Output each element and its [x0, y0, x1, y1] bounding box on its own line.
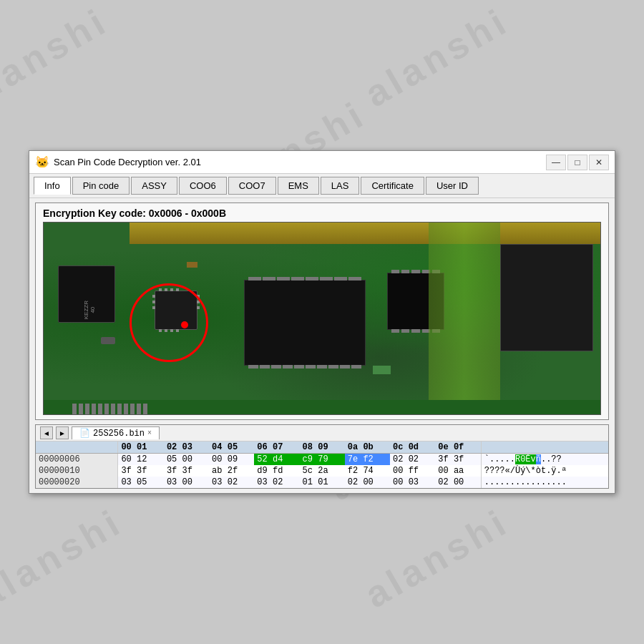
hex-row-2-col-4[interactable]: 5c 2a — [300, 465, 345, 477]
hex-row-1-col-5[interactable]: 7e f2 — [345, 454, 390, 466]
hex-header-row: 00 01 02 03 04 05 06 07 08 09 0a 0b 0c 0… — [36, 441, 608, 454]
hex-row-3-col-6[interactable]: 00 03 — [390, 477, 435, 488]
hex-tab-close-btn[interactable]: × — [147, 429, 152, 437]
hex-row-2: 00000010 3f 3f 3f 3f ab 2f d9 fd 5c 2a f… — [36, 465, 608, 477]
hex-file-tab[interactable]: 📄 25S256.bin × — [72, 426, 160, 439]
connector-strip-top — [130, 223, 600, 244]
hex-row-2-col-6[interactable]: 00 ff — [390, 465, 435, 477]
hex-header-0e-0f: 0e 0f — [435, 441, 481, 454]
hex-row-3-col-4[interactable]: 01 01 — [300, 477, 345, 488]
window-controls: — □ ✕ — [546, 155, 609, 170]
small-comp-1 — [101, 337, 115, 344]
hex-nav-prev[interactable]: ◄ — [40, 426, 53, 439]
hex-header-0c-0d: 0c 0d — [390, 441, 435, 454]
tab-co06[interactable]: COO6 — [179, 177, 227, 195]
window-title: Scan Pin Code Decryption ver. 2.01 — [54, 157, 546, 167]
hex-header-02-03: 02 03 — [164, 441, 209, 454]
hex-row-3-col-3[interactable]: 03 02 — [254, 477, 299, 488]
hex-nav-next[interactable]: ► — [56, 426, 69, 439]
hex-row-2-col-7[interactable]: 00 aa — [435, 465, 481, 477]
tab-info[interactable]: Info — [34, 177, 71, 195]
pcb-image: KEZZR40 — [43, 222, 601, 415]
red-circle-indicator — [130, 283, 208, 362]
hex-row-3-col-1[interactable]: 03 00 — [164, 477, 209, 488]
red-dot-indicator — [181, 321, 188, 328]
hex-row-3-col-7[interactable]: 02 00 — [435, 477, 481, 488]
hex-row-1-col-2[interactable]: 00 09 — [209, 454, 254, 466]
tab-bar: Info Pin code ASSY COO6 COO7 EMS LAS Cer… — [29, 174, 615, 198]
tab-ems[interactable]: EMS — [278, 177, 319, 195]
hex-row-3: 00000020 03 05 03 00 03 02 03 02 01 01 0… — [36, 477, 608, 488]
watermark-1: alanshi — [0, 0, 115, 115]
hex-header-0a-0b: 0a 0b — [345, 441, 390, 454]
tab-assy[interactable]: ASSY — [131, 177, 177, 195]
gold-connector-right — [429, 223, 500, 415]
hex-row-1-col-6[interactable]: 02 02 — [390, 454, 435, 466]
tab-las[interactable]: LAS — [321, 177, 360, 195]
hex-row-1-col-3[interactable]: 52 d4 — [254, 454, 299, 466]
hex-row-3-addr: 00000020 — [36, 477, 118, 488]
hex-row-2-col-0[interactable]: 3f 3f — [118, 465, 164, 477]
small-comp-2 — [187, 262, 197, 268]
watermark-6: alanshi — [0, 500, 130, 617]
component-left: KEZZR40 — [58, 265, 115, 323]
hex-row-1-ascii: `.....R0Évñ..?? — [481, 454, 608, 466]
hex-row-2-col-2[interactable]: ab 2f — [209, 465, 254, 477]
hex-row-1-addr: 00000006 — [36, 454, 118, 466]
tab-pincode[interactable]: Pin code — [72, 177, 130, 195]
tab-co07[interactable]: COO7 — [228, 177, 276, 195]
hex-header-06-07: 06 07 — [254, 441, 299, 454]
watermark-7: alanshi — [358, 500, 517, 617]
close-button[interactable]: ✕ — [589, 155, 609, 170]
hex-table: 00 01 02 03 04 05 06 07 08 09 0a 0b 0c 0… — [36, 441, 608, 488]
hex-header-00-01: 00 01 — [118, 441, 164, 454]
hex-row-1-col-4[interactable]: c9 79 — [300, 454, 345, 466]
hex-toolbar: ◄ ► 📄 25S256.bin × — [36, 425, 608, 441]
small-comp-3 — [373, 366, 391, 374]
title-bar: 🐱 Scan Pin Code Decryption ver. 2.01 — □… — [29, 151, 615, 174]
hex-row-2-col-3[interactable]: d9 fd — [254, 465, 299, 477]
watermark-3: alanshi — [358, 0, 517, 115]
hex-row-3-col-0[interactable]: 03 05 — [118, 477, 164, 488]
encryption-key-title: Encryption Key code: 0x0006 - 0x000B — [43, 208, 601, 219]
hex-row-1-col-7[interactable]: 3f 3f — [435, 454, 481, 466]
hex-row-2-ascii: ????«/Ùý\*òt.ÿ.ª — [481, 465, 608, 477]
hex-row-3-col-5[interactable]: 02 00 — [345, 477, 390, 488]
tab-userid[interactable]: User ID — [426, 177, 479, 195]
minimize-button[interactable]: — — [546, 155, 566, 170]
hex-row-1-col-0[interactable]: 60 12 — [118, 454, 164, 466]
hex-editor: ◄ ► 📄 25S256.bin × 00 01 02 03 04 05 06 … — [35, 424, 609, 489]
hex-row-2-addr: 00000010 — [36, 465, 118, 477]
hex-tab-icon: 📄 — [79, 428, 90, 439]
hex-row-1: 00000006 60 12 05 00 00 09 52 d4 c9 79 7… — [36, 454, 608, 466]
hex-header-04-05: 04 05 — [209, 441, 254, 454]
right-chip — [500, 244, 593, 351]
hex-row-3-col-2[interactable]: 03 02 — [209, 477, 254, 488]
tab-certificate[interactable]: Certificate — [361, 177, 424, 195]
content-area: Encryption Key code: 0x0006 - 0x000B KEZ… — [29, 198, 615, 493]
hex-header-ascii — [481, 441, 608, 454]
encryption-key-section: Encryption Key code: 0x0006 - 0x000B KEZ… — [35, 203, 609, 420]
hex-row-3-ascii: ................ — [481, 477, 608, 488]
hex-tab-filename: 25S256.bin — [93, 429, 145, 439]
hex-row-1-col-1[interactable]: 05 00 — [164, 454, 209, 466]
main-window: 🐱 Scan Pin Code Decryption ver. 2.01 — □… — [29, 150, 615, 494]
hex-header-08-09: 08 09 — [300, 441, 345, 454]
hex-row-2-col-1[interactable]: 3f 3f — [164, 465, 209, 477]
hex-header-addr — [36, 441, 118, 454]
center-chip — [244, 280, 366, 366]
maximize-button[interactable]: □ — [567, 155, 587, 170]
app-icon: 🐱 — [35, 155, 49, 170]
hex-row-2-col-5[interactable]: f2 74 — [345, 465, 390, 477]
